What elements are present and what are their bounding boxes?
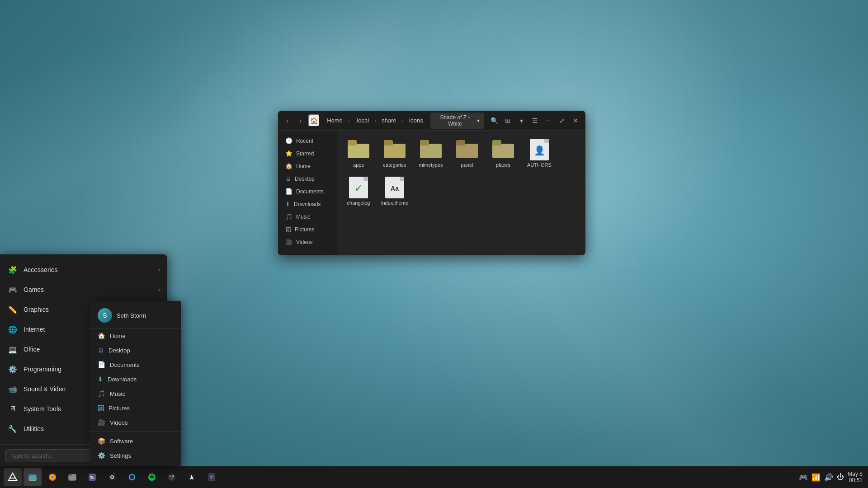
svg-marker-10 xyxy=(9,473,17,480)
menu-item-games[interactable]: 🎮 Games › xyxy=(0,280,167,300)
svg-point-16 xyxy=(51,476,54,479)
sidebar-recent[interactable]: 🕐 Recent xyxy=(280,135,335,147)
sidebar-desktop-label: Desktop xyxy=(295,176,315,182)
sidebar-pictures[interactable]: 🖼 Pictures xyxy=(280,223,335,235)
maximize-button[interactable]: ⤢ xyxy=(556,114,568,127)
mimetypes-folder-icon xyxy=(420,139,442,160)
appearance-button[interactable] xyxy=(123,468,141,486)
file-places[interactable]: places xyxy=(487,136,519,170)
desktop-icon: 🖥 xyxy=(98,347,104,354)
sidebar-videos-label: Videos xyxy=(296,239,312,245)
submenu-home-label: Home xyxy=(110,333,126,339)
sidebar-videos[interactable]: 🎥 Videos xyxy=(280,236,335,248)
breadcrumb-icons[interactable]: Icons xyxy=(406,115,427,126)
submenu-documents[interactable]: 📄 Documents xyxy=(90,357,181,372)
file-manager-titlebar: ‹ › 🏠 Home › .local › share › Icons Shad… xyxy=(278,111,585,131)
file-manager-sidebar: 🕐 Recent ⭐ Starred 🏠 Home 🖥 Desktop 📄 Do… xyxy=(278,131,337,255)
breadcrumb-home[interactable]: Home xyxy=(323,115,346,126)
sidebar-music[interactable]: 🎵 Music xyxy=(280,211,335,223)
submenu-software[interactable]: 📦 Software xyxy=(90,434,181,448)
menu-item-accessories[interactable]: 🧩 Accessories › xyxy=(0,260,167,280)
svg-point-26 xyxy=(148,474,156,481)
submenu-videos[interactable]: 🎥 Videos xyxy=(90,415,181,430)
network-tray-icon[interactable]: 📶 xyxy=(811,473,821,482)
sidebar-home-icon: 🏠 xyxy=(285,163,292,169)
file-manager-body: 🕐 Recent ⭐ Starred 🏠 Home 🖥 Desktop 📄 Do… xyxy=(278,131,585,255)
sidebar-starred[interactable]: ⭐ Starred xyxy=(280,147,335,160)
submenu-home[interactable]: 🏠 Home xyxy=(90,328,181,343)
view-list-button[interactable]: ☰ xyxy=(528,114,541,127)
mixer-button[interactable] xyxy=(203,468,221,486)
home-nav-button[interactable]: 🏠 xyxy=(308,114,320,127)
file-mimetypes[interactable]: mimetypes xyxy=(415,136,447,170)
file-categories[interactable]: categories xyxy=(378,136,411,170)
office-icon: 💻 xyxy=(7,344,18,355)
search-button[interactable]: 🔍 xyxy=(488,114,500,127)
volume-tray-icon[interactable]: 🔊 xyxy=(824,473,833,482)
files-button[interactable] xyxy=(24,468,42,486)
back-button[interactable]: ‹ xyxy=(282,114,293,127)
file-manager-content: apps categories xyxy=(337,131,585,255)
fm-actions: 🔍 ⊞ ▾ ☰ ─ ⤢ ✕ xyxy=(488,114,582,127)
submenu-downloads[interactable]: ⬇ Downloads xyxy=(90,372,181,386)
sidebar-music-icon: 🎵 xyxy=(285,213,292,220)
file-panel[interactable]: panel xyxy=(451,136,483,170)
software-center-button[interactable]: 🛍 xyxy=(83,468,101,486)
file-authors[interactable]: 👤 AUTHORS xyxy=(523,136,556,170)
submenu-software-label: Software xyxy=(110,438,133,445)
sidebar-desktop[interactable]: 🖥 Desktop xyxy=(280,173,335,185)
theme-button[interactable]: Shade of Z - White ▾ xyxy=(430,113,484,129)
submenu-pictures[interactable]: 🖼 Pictures xyxy=(90,401,181,415)
file-changelog[interactable]: ✓ changelog xyxy=(342,174,375,208)
submenu-desktop-label: Desktop xyxy=(108,347,130,354)
submenu-music[interactable]: 🎵 Music xyxy=(90,386,181,401)
svg-rect-13 xyxy=(29,474,33,476)
inkscape-button[interactable] xyxy=(183,468,201,486)
sidebar-home-label: Home xyxy=(296,163,311,169)
file-index-theme[interactable]: Aa index.theme xyxy=(378,174,411,208)
sidebar-documents[interactable]: 📄 Documents xyxy=(280,185,335,197)
zorin-menu-button[interactable] xyxy=(4,468,22,486)
submenu-downloads-label: Downloads xyxy=(108,376,137,383)
taskbar-apps: 🛍 xyxy=(0,468,224,486)
submenu-settings[interactable]: ⚙️ Settings xyxy=(90,448,181,463)
gamepad-tray-icon[interactable]: 🎮 xyxy=(799,473,808,482)
sidebar-recent-label: Recent xyxy=(296,138,313,144)
view-grid-button[interactable]: ⊞ xyxy=(501,114,514,127)
sidebar-pictures-icon: 🖼 xyxy=(285,226,291,233)
submenu-settings-label: Settings xyxy=(110,452,131,459)
sidebar-downloads[interactable]: ⬇ Downloads xyxy=(280,198,335,210)
svg-rect-8 xyxy=(492,144,514,158)
user-name: Seth Storm xyxy=(117,312,146,319)
svg-rect-6 xyxy=(456,144,478,158)
games-icon: 🎮 xyxy=(7,284,18,295)
file-apps[interactable]: apps xyxy=(342,136,375,170)
sidebar-home[interactable]: 🏠 Home xyxy=(280,160,335,172)
breadcrumb-share[interactable]: share xyxy=(378,115,400,126)
home-icon: 🏠 xyxy=(98,332,105,339)
utilities-icon: 🔧 xyxy=(7,423,18,434)
view-dropdown-button[interactable]: ▾ xyxy=(515,114,528,127)
submenu-desktop[interactable]: 🖥 Desktop xyxy=(90,343,181,357)
power-tray-icon[interactable]: ⏻ xyxy=(837,473,844,481)
taskbar-tray: 🎮 📶 🔊 ⏻ May 8 00:51 xyxy=(793,471,868,483)
palette-button[interactable] xyxy=(163,468,181,486)
software-icon: 📦 xyxy=(98,437,105,445)
breadcrumb-local[interactable]: .local xyxy=(352,115,373,126)
svg-rect-9 xyxy=(492,140,501,145)
firefox-button[interactable] xyxy=(43,468,61,486)
categories-label: categories xyxy=(383,162,406,168)
programming-icon: ⚙️ xyxy=(7,364,18,375)
places-folder-icon xyxy=(492,139,514,160)
svg-rect-7 xyxy=(456,140,465,145)
steam-button[interactable] xyxy=(103,468,121,486)
nautilus-button[interactable] xyxy=(63,468,81,486)
forward-button[interactable]: › xyxy=(295,114,306,127)
sidebar-videos-icon: 🎥 xyxy=(285,239,292,245)
close-button[interactable]: ✕ xyxy=(569,114,582,127)
minimize-button[interactable]: ─ xyxy=(542,114,555,127)
pictures-icon: 🖼 xyxy=(98,404,104,412)
settings-icon: ⚙️ xyxy=(98,452,105,459)
apps-folder-icon xyxy=(348,139,369,160)
spotify-button[interactable] xyxy=(143,468,161,486)
